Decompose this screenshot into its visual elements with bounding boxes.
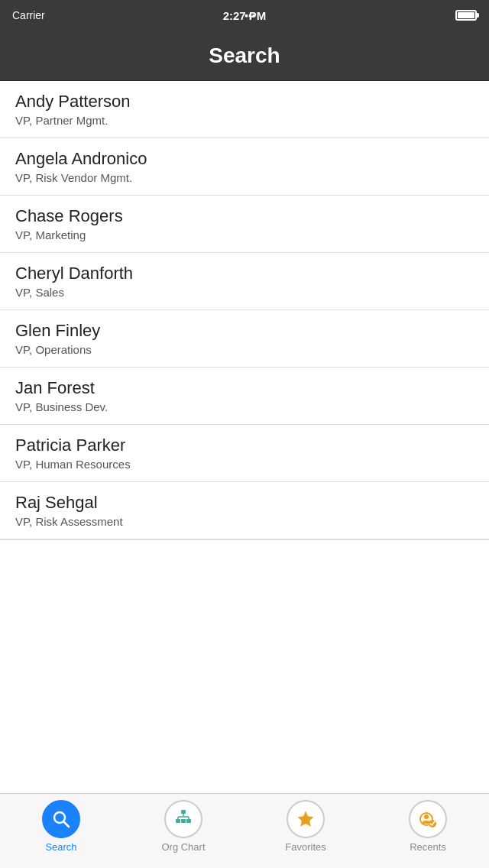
result-title-7: VP, Risk Assessment <box>15 515 474 528</box>
carrier-label: Carrier <box>12 9 45 21</box>
battery-container <box>455 10 477 21</box>
tab-recents[interactable]: Recents <box>367 800 489 853</box>
recents-tab-label: Recents <box>410 841 446 853</box>
svg-rect-2 <box>181 810 186 814</box>
tab-favorites[interactable]: Favorites <box>244 800 367 853</box>
result-item-3[interactable]: Cheryl DanforthVP, Sales <box>0 253 489 310</box>
result-name-3: Cheryl Danforth <box>15 264 474 283</box>
result-title-3: VP, Sales <box>15 286 474 299</box>
svg-rect-8 <box>181 819 186 823</box>
result-item-1[interactable]: Angela AndronicoVP, Risk Vendor Mgmt. <box>0 138 489 196</box>
org-chart-tab-icon-circle <box>164 800 202 838</box>
favorites-tab-icon-circle <box>287 800 325 838</box>
org-chart-tab-label: Org Chart <box>161 841 205 853</box>
results-list: Andy PattersonVP, Partner Mgmt.Angela An… <box>0 81 489 539</box>
svg-line-1 <box>64 822 70 828</box>
result-item-4[interactable]: Glen FinleyVP, Operations <box>0 310 489 368</box>
svg-rect-9 <box>186 819 191 823</box>
tab-search[interactable]: Search <box>0 800 122 853</box>
tab-org-chart[interactable]: Org Chart <box>122 800 244 853</box>
result-item-5[interactable]: Jan ForestVP, Business Dev. <box>0 368 489 425</box>
nav-title: Search <box>209 44 280 68</box>
result-name-5: Jan Forest <box>15 378 474 398</box>
result-title-5: VP, Business Dev. <box>15 400 474 413</box>
search-tab-icon-circle <box>42 800 80 838</box>
tab-bar: Search Org Chart Favorites <box>0 793 489 868</box>
search-tab-svg-icon <box>50 808 72 830</box>
search-tab-label: Search <box>45 841 76 853</box>
empty-space <box>0 539 489 578</box>
result-title-4: VP, Operations <box>15 343 474 356</box>
result-title-2: VP, Marketing <box>15 228 474 241</box>
result-name-2: Chase Rogers <box>15 206 474 226</box>
recents-tab-icon-circle <box>409 800 447 838</box>
results-area: Andy PattersonVP, Partner Mgmt.Angela An… <box>0 81 489 793</box>
result-item-2[interactable]: Chase RogersVP, Marketing <box>0 196 489 253</box>
status-bar: Carrier ▪▪▪ 2:27 PM <box>0 0 489 31</box>
svg-rect-7 <box>176 819 180 823</box>
result-name-6: Patricia Parker <box>15 436 474 455</box>
result-title-6: VP, Human Resources <box>15 458 474 471</box>
result-name-1: Angela Andronico <box>15 149 474 169</box>
result-name-0: Andy Patterson <box>15 92 474 112</box>
result-name-7: Raj Sehgal <box>15 493 474 513</box>
result-title-1: VP, Risk Vendor Mgmt. <box>15 171 474 184</box>
nav-bar: Search <box>0 31 489 81</box>
favorites-tab-svg-icon <box>295 808 316 830</box>
svg-marker-10 <box>298 811 313 826</box>
result-item-0[interactable]: Andy PattersonVP, Partner Mgmt. <box>0 81 489 138</box>
battery-icon <box>455 10 477 21</box>
time-label: 2:27 PM <box>223 9 267 22</box>
result-title-0: VP, Partner Mgmt. <box>15 114 474 127</box>
result-name-4: Glen Finley <box>15 321 474 341</box>
result-item-7[interactable]: Raj SehgalVP, Risk Assessment <box>0 482 489 539</box>
favorites-tab-label: Favorites <box>285 841 325 853</box>
org-chart-tab-svg-icon <box>173 808 194 830</box>
result-item-6[interactable]: Patricia ParkerVP, Human Resources <box>0 425 489 482</box>
recents-tab-svg-icon <box>417 808 439 830</box>
svg-point-13 <box>424 815 429 819</box>
